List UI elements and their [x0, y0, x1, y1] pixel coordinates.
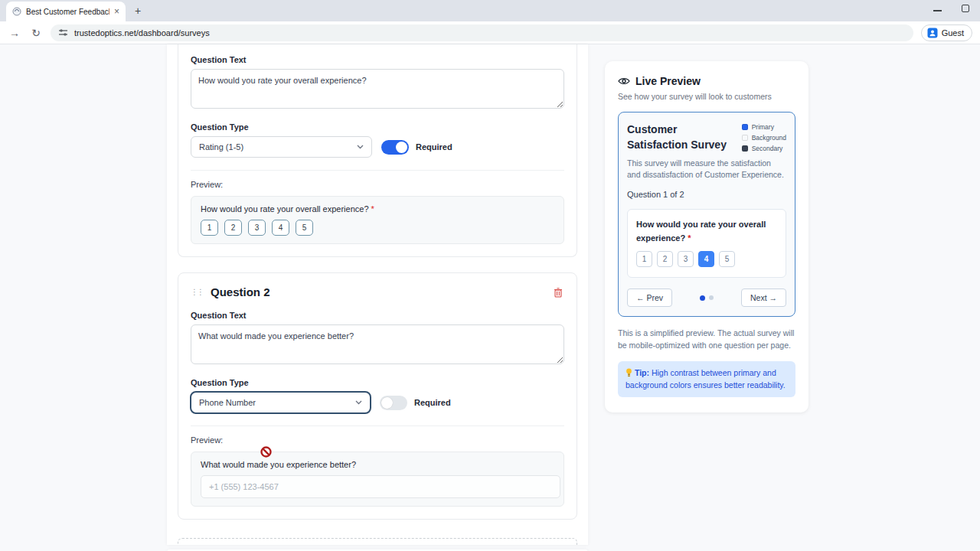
tip-box: Tip: High contrast between primary and b… [618, 361, 795, 398]
survey-title: Customer Satisfaction Survey [627, 122, 734, 153]
question-1-card: Question Text How would you rate your ov… [178, 44, 577, 257]
not-allowed-cursor-icon [260, 446, 272, 458]
preview-rating-button-3[interactable]: 3 [678, 251, 694, 267]
browser-tabstrip: Best Customer Feedback Softw × + [0, 0, 980, 21]
legend-item-primary: Primary [742, 123, 786, 131]
prev-button[interactable]: ← Prev [627, 289, 672, 307]
q1-preview-label: Preview: [191, 180, 564, 189]
q1-rating-button-4[interactable]: 4 [272, 220, 289, 236]
tab-close-icon[interactable]: × [114, 7, 119, 16]
survey-builder-panel: Question Text How would you rate your ov… [167, 44, 588, 545]
legend-label: Background [752, 134, 786, 142]
secondary-color-swatch [742, 145, 748, 152]
q1-type-label: Question Type [191, 122, 564, 132]
q2-type-label: Question Type [191, 378, 564, 387]
reload-button[interactable]: ↻ [29, 27, 43, 39]
eye-icon [618, 77, 630, 86]
chevron-down-icon [357, 145, 364, 149]
preview-rating-button-4-selected[interactable]: 4 [698, 251, 714, 267]
legend-label: Primary [752, 123, 774, 131]
pagination-dots [700, 295, 714, 301]
preview-rating-button-1[interactable]: 1 [636, 251, 652, 267]
preview-rating-button-5[interactable]: 5 [719, 251, 735, 267]
site-settings-icon[interactable] [58, 28, 68, 37]
survey-progress: Question 1 of 2 [627, 190, 786, 199]
delete-question-icon[interactable] [552, 286, 564, 298]
forward-button[interactable]: → [8, 27, 21, 39]
legend-item-secondary: Secondary [742, 145, 786, 152]
q2-preview-box: What would made you experience better? [191, 452, 564, 507]
q2-type-value: Phone Number [199, 398, 256, 407]
pagination-dot-active [700, 295, 705, 301]
q2-preview-question: What would made you experience better? [201, 460, 554, 469]
add-question-button[interactable]: + Add Question (2/20) [178, 538, 577, 545]
preview-rating-button-2[interactable]: 2 [657, 251, 673, 267]
q1-rating-button-5[interactable]: 5 [296, 220, 313, 236]
legend-label: Secondary [752, 145, 783, 152]
q1-text-input[interactable]: How would you rate your overall experien… [191, 69, 564, 109]
q2-text-label: Question Text [191, 311, 564, 320]
page-background: Question Text How would you rate your ov… [0, 44, 980, 551]
q1-required-star: * [371, 204, 374, 214]
new-tab-button[interactable]: + [132, 5, 144, 17]
q1-type-select[interactable]: Rating (1-5) [191, 136, 372, 158]
profile-button[interactable]: Guest [921, 24, 972, 41]
q1-required-toggle[interactable] [381, 140, 409, 155]
q2-preview-label: Preview: [191, 435, 564, 445]
q1-text-label: Question Text [191, 55, 564, 64]
q1-preview-question: How would you rate your overall experien… [201, 204, 369, 214]
url-text: trustedoptics.net/dashboard/surveys [74, 28, 210, 37]
question-2-card: ⋮⋮ Question 2 Question Text What would m… [178, 272, 577, 520]
q2-phone-preview-input[interactable] [201, 475, 560, 498]
preview-note: This is a simplified preview. The actual… [618, 328, 795, 352]
survey-description: This survey will measure the satisfactio… [627, 158, 786, 181]
lightbulb-icon [626, 368, 632, 377]
q2-type-select[interactable]: Phone Number [190, 391, 371, 414]
preview-required-star: * [688, 233, 691, 243]
live-preview-subtitle: See how your survey will look to custome… [618, 92, 795, 101]
primary-color-swatch [742, 124, 748, 130]
profile-label: Guest [942, 28, 964, 37]
browser-tab[interactable]: Best Customer Feedback Softw × [6, 2, 126, 21]
window-minimize-button[interactable] [933, 10, 942, 11]
live-preview-title: Live Preview [635, 75, 701, 87]
q2-required-toggle[interactable] [380, 396, 407, 410]
browser-navbar: → ↻ trustedoptics.net/dashboard/surveys … [0, 21, 980, 44]
window-restore-button[interactable] [962, 5, 969, 12]
pagination-dot-inactive [709, 295, 714, 300]
address-bar[interactable]: trustedoptics.net/dashboard/surveys [51, 24, 913, 41]
chevron-down-icon [355, 400, 362, 405]
survey-preview-card: Customer Satisfaction Survey Primary Bac… [618, 112, 795, 317]
drag-handle-icon[interactable]: ⋮⋮ [191, 288, 203, 296]
q1-preview-box: How would you rate your overall experien… [191, 196, 564, 244]
q1-rating-button-2[interactable]: 2 [224, 220, 242, 236]
favicon [12, 7, 21, 16]
tab-title: Best Customer Feedback Softw [26, 8, 109, 16]
preview-question-card: How would you rate your overall experien… [627, 209, 786, 278]
next-button[interactable]: Next → [741, 289, 786, 307]
preview-question-text: How would you rate your overall experien… [636, 220, 766, 243]
question-2-title: Question 2 [211, 285, 552, 298]
color-legend: Primary Background Secondary [742, 122, 786, 153]
legend-item-background: Background [742, 134, 786, 142]
tip-prefix: Tip: [635, 368, 649, 377]
q2-text-input[interactable]: What would made you experience better? [191, 324, 564, 364]
tip-text: High contrast between primary and backgr… [626, 368, 786, 390]
live-preview-panel: Live Preview See how your survey will lo… [605, 61, 808, 412]
q1-type-value: Rating (1-5) [199, 142, 243, 152]
q1-rating-button-1[interactable]: 1 [201, 220, 218, 236]
q2-required-label: Required [414, 398, 451, 407]
q1-rating-button-3[interactable]: 3 [248, 220, 266, 236]
q1-required-label: Required [416, 142, 452, 152]
background-color-swatch [742, 135, 748, 141]
guest-avatar-icon [927, 28, 938, 38]
